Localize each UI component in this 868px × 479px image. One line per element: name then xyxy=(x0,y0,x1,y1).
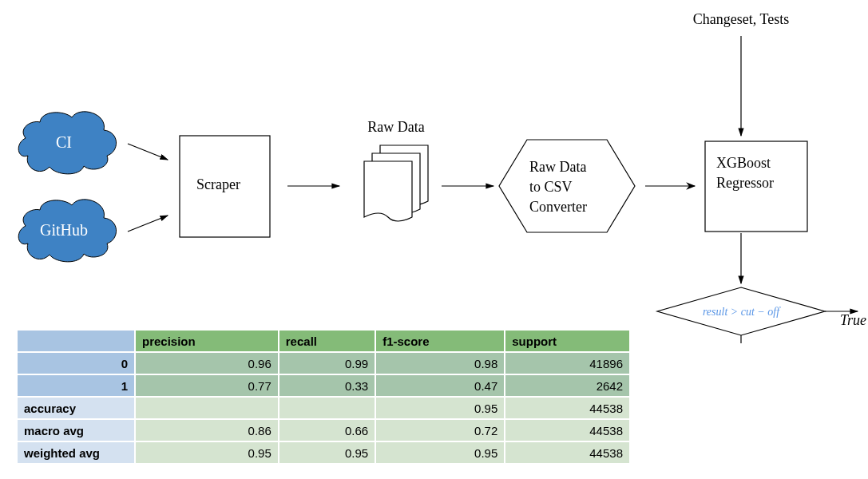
xgb-l1: XGBoost xyxy=(716,155,771,171)
row-label-accuracy: accuracy xyxy=(17,397,135,419)
header-support: support xyxy=(505,330,630,352)
header-blank xyxy=(17,330,135,352)
cloud-github-label: GitHub xyxy=(40,221,88,239)
table-row: 0 0.96 0.99 0.98 41896 xyxy=(17,352,630,374)
row-label-0: 0 xyxy=(17,352,135,374)
cell: 41896 xyxy=(505,352,630,374)
arrow-github-scraper xyxy=(128,216,168,232)
cloud-ci: CI xyxy=(18,112,116,174)
cell: 44538 xyxy=(505,419,630,441)
cloud-ci-label: CI xyxy=(56,133,72,151)
true-label: True xyxy=(840,312,866,328)
cloud-github: GitHub xyxy=(18,200,116,262)
cell: 0.86 xyxy=(135,419,279,441)
xgb-l2: Regressor xyxy=(716,175,774,191)
decision-text: result > cut − off xyxy=(703,306,781,318)
raw-data-label: Raw Data xyxy=(367,119,424,135)
cell: 0.95 xyxy=(279,441,375,464)
cell: 0.47 xyxy=(375,374,505,397)
table-header-row: precision recall f1-score support xyxy=(17,330,630,352)
cell: 0.33 xyxy=(279,374,375,397)
cell: 2642 xyxy=(505,374,630,397)
pipeline-diagram: Changeset, Tests CI GitHub Scraper Raw D… xyxy=(0,0,868,343)
header-recall: recall xyxy=(279,330,375,352)
table-row: weighted avg 0.95 0.95 0.95 44538 xyxy=(17,441,630,464)
cell: 0.77 xyxy=(135,374,279,397)
cell: 0.96 xyxy=(135,352,279,374)
row-label-weighted: weighted avg xyxy=(17,441,135,464)
cell: 44538 xyxy=(505,397,630,419)
table-row: 1 0.77 0.33 0.47 2642 xyxy=(17,374,630,397)
cell: 44538 xyxy=(505,441,630,464)
cell xyxy=(279,397,375,419)
row-label-1: 1 xyxy=(17,374,135,397)
cell: 0.72 xyxy=(375,419,505,441)
cell xyxy=(135,397,279,419)
table-row: macro avg 0.86 0.66 0.72 44538 xyxy=(17,419,630,441)
top-label: Changeset, Tests xyxy=(693,11,789,27)
cell: 0.95 xyxy=(375,397,505,419)
converter-l1: Raw Data xyxy=(529,159,586,175)
header-f1: f1-score xyxy=(375,330,505,352)
converter-l3: Converter xyxy=(529,199,587,215)
cell: 0.99 xyxy=(279,352,375,374)
scraper-label: Scraper xyxy=(196,176,240,192)
converter-l2: to CSV xyxy=(529,179,573,195)
arrow-ci-scraper xyxy=(128,144,168,160)
cell: 0.95 xyxy=(375,441,505,464)
cell: 0.95 xyxy=(135,441,279,464)
metrics-table: precision recall f1-score support 0 0.96… xyxy=(16,329,631,465)
raw-data-icon xyxy=(364,145,428,221)
cell: 0.98 xyxy=(375,352,505,374)
cell: 0.66 xyxy=(279,419,375,441)
table-row: accuracy 0.95 44538 xyxy=(17,397,630,419)
header-precision: precision xyxy=(135,330,279,352)
row-label-macro: macro avg xyxy=(17,419,135,441)
